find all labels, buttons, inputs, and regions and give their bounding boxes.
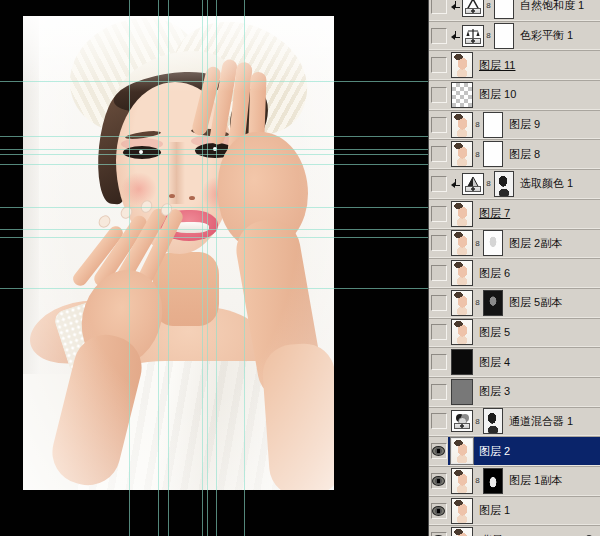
layer-name[interactable]: 图层 10 [479, 87, 516, 102]
layer-name[interactable]: 选取颜色 1 [520, 176, 573, 191]
layer-row[interactable]: 图层 6 [429, 258, 600, 288]
layer-thumbnail[interactable] [451, 141, 473, 167]
layer-thumbnail[interactable] [451, 319, 473, 345]
mask-thumbnail[interactable] [483, 408, 503, 434]
horizontal-guide[interactable] [0, 288, 428, 289]
visibility-toggle[interactable] [429, 408, 448, 436]
layer-row-body[interactable]: 图层 5副本 [448, 289, 600, 317]
visibility-toggle[interactable] [429, 467, 448, 495]
layer-thumbnail[interactable] [451, 438, 473, 464]
visibility-toggle[interactable] [429, 319, 448, 347]
layer-row[interactable]: 图层 9 [429, 110, 600, 140]
layer-row-body[interactable]: 背景 [448, 526, 600, 536]
layer-row-body[interactable]: 选取颜色 1 [448, 170, 600, 198]
horizontal-guide[interactable] [0, 136, 428, 137]
mask-thumbnail[interactable] [483, 112, 503, 138]
horizontal-guide[interactable] [0, 154, 428, 155]
layer-row-body[interactable]: 色彩平衡 1 [448, 22, 600, 50]
layer-thumbnail[interactable] [451, 527, 473, 536]
layer-name[interactable]: 图层 1 [479, 503, 510, 518]
layer-row-body[interactable]: 图层 2副本 [448, 230, 600, 258]
layer-row-body[interactable]: 图层 11 [448, 51, 600, 79]
visibility-toggle[interactable] [429, 230, 448, 258]
layer-thumbnail[interactable] [451, 290, 473, 316]
layer-row[interactable]: 图层 8 [429, 139, 600, 169]
layer-row[interactable]: 选取颜色 1 [429, 169, 600, 199]
channel-mixer-adjustment-icon[interactable] [451, 410, 473, 432]
visibility-toggle[interactable] [429, 200, 448, 228]
layer-thumbnail[interactable] [451, 230, 473, 256]
horizontal-guide[interactable] [0, 149, 428, 150]
visibility-toggle[interactable] [429, 437, 448, 465]
layer-name[interactable]: 图层 9 [509, 117, 540, 132]
layer-thumbnail[interactable] [451, 468, 473, 494]
horizontal-guide[interactable] [0, 207, 428, 208]
visibility-toggle[interactable] [429, 497, 448, 525]
mask-thumbnail[interactable] [494, 23, 514, 49]
selective-color-adjustment-icon[interactable] [462, 173, 484, 195]
layer-row-body[interactable]: 图层 9 [448, 111, 600, 139]
layer-name[interactable]: 图层 4 [479, 355, 510, 370]
vibrance-adjustment-icon[interactable] [462, 0, 484, 17]
color-balance-adjustment-icon[interactable] [462, 25, 484, 47]
layer-row[interactable]: 图层 5 [429, 318, 600, 348]
layer-name[interactable]: 图层 2 [479, 444, 510, 459]
layer-name[interactable]: 图层 2副本 [509, 236, 562, 251]
visibility-toggle[interactable] [429, 51, 448, 79]
layer-row[interactable]: 自然饱和度 1 [429, 0, 600, 21]
visibility-toggle[interactable] [429, 0, 448, 20]
layer-thumbnail[interactable] [451, 349, 473, 375]
layer-name[interactable]: 图层 1副本 [509, 473, 562, 488]
layer-row[interactable]: 通道混合器 1 [429, 407, 600, 437]
layer-row-body[interactable]: 图层 4 [448, 348, 600, 376]
visibility-toggle[interactable] [429, 140, 448, 168]
layer-row-body[interactable]: 通道混合器 1 [448, 408, 600, 436]
visibility-toggle[interactable] [429, 81, 448, 109]
layer-row[interactable]: 图层 4 [429, 347, 600, 377]
layer-row-body[interactable]: 图层 1副本 [448, 467, 600, 495]
mask-thumbnail[interactable] [494, 0, 514, 19]
layer-row-body[interactable]: 图层 2 [448, 437, 600, 465]
layer-name[interactable]: 色彩平衡 1 [520, 28, 573, 43]
layer-thumbnail[interactable] [451, 260, 473, 286]
layer-row[interactable]: 色彩平衡 1 [429, 21, 600, 51]
visibility-toggle[interactable] [429, 111, 448, 139]
layer-name[interactable]: 自然饱和度 1 [520, 0, 584, 13]
horizontal-guide[interactable] [0, 164, 428, 165]
layer-row[interactable]: 图层 5副本 [429, 288, 600, 318]
layer-name[interactable]: 图层 5副本 [509, 295, 562, 310]
layer-name[interactable]: 通道混合器 1 [509, 414, 573, 429]
layer-name[interactable]: 图层 11 [479, 58, 515, 73]
layer-row-body[interactable]: 图层 8 [448, 140, 600, 168]
horizontal-guide[interactable] [0, 81, 428, 82]
horizontal-guide[interactable] [0, 229, 428, 230]
layer-row-body[interactable]: 图层 1 [448, 497, 600, 525]
layer-row[interactable]: 图层 1副本 [429, 466, 600, 496]
layer-thumbnail[interactable] [451, 52, 473, 78]
mask-thumbnail[interactable] [494, 171, 514, 197]
layer-row[interactable]: 图层 3 [429, 377, 600, 407]
mask-thumbnail[interactable] [483, 468, 503, 494]
layer-name[interactable]: 图层 7 [479, 206, 510, 221]
layer-thumbnail[interactable] [451, 379, 473, 405]
layer-row[interactable]: 图层 2 [429, 436, 600, 466]
layer-row[interactable]: 图层 10 [429, 80, 600, 110]
layer-row-body[interactable]: 图层 3 [448, 378, 600, 406]
visibility-toggle[interactable] [429, 289, 448, 317]
layer-row[interactable]: 图层 2副本 [429, 229, 600, 259]
layer-name[interactable]: 图层 3 [479, 384, 510, 399]
layer-row[interactable]: 背景 [429, 525, 600, 536]
layer-row-body[interactable]: 自然饱和度 1 [448, 0, 600, 20]
layer-thumbnail[interactable] [451, 498, 473, 524]
layer-thumbnail[interactable] [451, 112, 473, 138]
layer-row[interactable]: 图层 11 [429, 50, 600, 80]
visibility-toggle[interactable] [429, 526, 448, 536]
layer-row-body[interactable]: 图层 7 [448, 200, 600, 228]
visibility-toggle[interactable] [429, 348, 448, 376]
layer-row-body[interactable]: 图层 10 [448, 81, 600, 109]
mask-thumbnail[interactable] [483, 141, 503, 167]
layer-thumbnail[interactable] [451, 201, 473, 227]
layer-name[interactable]: 图层 5 [479, 325, 510, 340]
layer-row[interactable]: 图层 7 [429, 199, 600, 229]
mask-thumbnail[interactable] [483, 290, 503, 316]
